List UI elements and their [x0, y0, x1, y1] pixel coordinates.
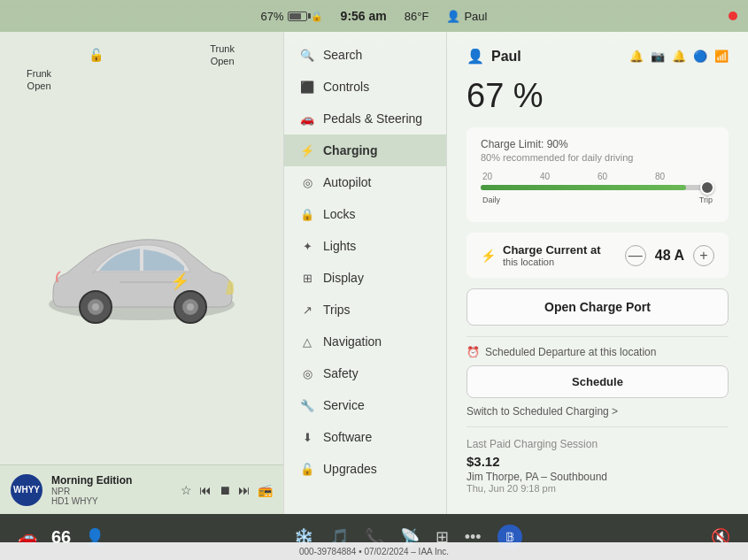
slider-thumb[interactable] — [700, 180, 714, 195]
station-logo: WHYY — [11, 474, 42, 506]
decrease-amps-button[interactable]: — — [625, 245, 646, 266]
left-panel: Trunk Open Frunk Open 🔓 — [0, 32, 283, 514]
menu-label-safety: Safety — [323, 366, 359, 380]
charge-limit-slider[interactable] — [481, 185, 714, 190]
charge-limit-section: Charge Limit: 90% 80% recommended for da… — [467, 127, 729, 222]
favorite-button[interactable]: ☆ — [181, 483, 192, 497]
menu-label-pedals: Pedals & Steering — [323, 111, 422, 126]
slider-markers: Daily Trip — [481, 196, 714, 204]
last-paid-location: Jim Thorpe, PA – Southbound — [467, 471, 729, 483]
menu-label-service: Service — [323, 398, 365, 412]
menu-label-charging: Charging — [323, 143, 377, 157]
menu-item-upgrades[interactable]: 🔓 Upgrades — [284, 453, 446, 485]
display-icon: ⊞ — [300, 272, 314, 285]
menu-label-autopilot: Autopilot — [323, 175, 371, 189]
charge-current-title: Charge Current at — [503, 243, 601, 257]
scheduled-departure-label: Scheduled Departure at this location — [485, 346, 656, 358]
charging-icon: ⚡ — [300, 144, 314, 157]
menu-item-locks[interactable]: 🔒 Locks — [284, 198, 446, 230]
charge-current-text: Charge Current at this location — [503, 243, 601, 267]
menu-item-safety[interactable]: ◎ Safety — [284, 357, 446, 389]
menu-item-trips[interactable]: ↗ Trips — [284, 294, 446, 326]
user-name: Paul — [464, 10, 487, 23]
search-icon: 🔍 — [300, 49, 314, 62]
menu-item-autopilot[interactable]: ◎ Autopilot — [284, 166, 446, 198]
controls-icon: ⬛ — [300, 81, 314, 94]
menu-label-display: Display — [323, 271, 364, 285]
menu-item-pedals[interactable]: 🚗 Pedals & Steering — [284, 103, 446, 134]
battery-percentage-display: 67 % — [467, 77, 729, 115]
menu-item-display[interactable]: ⊞ Display — [284, 262, 446, 294]
menu-item-controls[interactable]: ⬛ Controls — [284, 71, 446, 103]
user-icon: 👤 — [446, 10, 460, 23]
menu-item-search[interactable]: 🔍 Search — [284, 39, 446, 71]
status-temp: 86°F — [405, 10, 429, 23]
profile-user-icon: 👤 — [467, 48, 484, 65]
menu-item-software[interactable]: ⬇ Software — [284, 421, 446, 453]
car-labels: Trunk Open Frunk Open 🔓 — [0, 32, 283, 514]
cast-button[interactable]: 📻 — [258, 483, 273, 497]
menu-panel: 🔍 Search ⬛ Controls 🚗 Pedals & Steering … — [283, 32, 447, 514]
plug-icon: ⚡ — [481, 249, 496, 263]
alarm-icon: 🔔 — [629, 50, 644, 63]
stop-button[interactable]: ⏹ — [219, 483, 231, 497]
amps-value: 48 A — [655, 248, 684, 264]
navigation-icon: △ — [300, 335, 314, 349]
status-bar: 67% 🔒 9:56 am 86°F 👤 Paul — [0, 0, 748, 32]
battery-display: 67% 🔒 — [261, 10, 323, 23]
menu-label-navigation: Navigation — [323, 334, 382, 349]
marker-daily: Daily — [482, 196, 500, 204]
profile-header: 👤 Paul 🔔 📷 🔔 🔵 📶 — [467, 48, 729, 65]
charge-limit-title: Charge Limit: 90% — [481, 138, 714, 150]
trips-icon: ↗ — [300, 303, 314, 317]
slider-labels: 20 40 60 80 — [481, 172, 714, 181]
notification-dot — [729, 12, 737, 20]
open-charge-port-button[interactable]: Open Charge Port — [467, 288, 729, 326]
charge-limit-subtitle: 80% recommended for daily driving — [481, 152, 714, 163]
slider-fill — [481, 185, 686, 190]
menu-label-trips: Trips — [323, 303, 351, 317]
switch-charging-link[interactable]: Switch to Scheduled Charging > — [467, 405, 729, 418]
status-right-area — [729, 12, 737, 20]
safety-icon: ◎ — [300, 367, 314, 380]
prev-button[interactable]: ⏮ — [199, 483, 212, 497]
menu-item-charging[interactable]: ⚡ Charging — [284, 134, 446, 166]
last-paid-amount: $3.12 — [467, 454, 729, 469]
menu-label-upgrades: Upgrades — [323, 462, 377, 476]
menu-item-service[interactable]: 🔧 Service — [284, 389, 446, 421]
scheduled-departure-row: ⏰ Scheduled Departure at this location — [467, 346, 729, 358]
battery-percent-label: 67% — [261, 10, 284, 23]
menu-label-locks: Locks — [323, 207, 356, 221]
signal-icon: 📶 — [714, 50, 729, 63]
schedule-button[interactable]: Schedule — [467, 365, 729, 398]
lights-icon: ✦ — [300, 240, 314, 253]
last-paid-section: Last Paid Charging Session $3.12 Jim Tho… — [467, 438, 729, 494]
profile-status-icons: 🔔 📷 🔔 🔵 📶 — [629, 50, 729, 63]
main-content: Trunk Open Frunk Open 🔓 — [0, 32, 748, 514]
upgrades-icon: 🔓 — [300, 463, 314, 476]
charge-current-left: ⚡ Charge Current at this location — [481, 243, 601, 267]
charge-current-subtitle: this location — [503, 257, 601, 267]
music-player: WHYY Morning Edition NPR HD1 WHYY ☆ ⏮ ⏹ … — [0, 464, 283, 514]
profile-name: Paul — [491, 49, 521, 65]
last-paid-title: Last Paid Charging Session — [467, 438, 729, 450]
marker-trip: Trip — [699, 196, 713, 204]
locks-icon: 🔒 — [300, 208, 314, 221]
icon-placeholder-2: 🔔 — [672, 50, 686, 63]
increase-amps-button[interactable]: + — [693, 245, 714, 266]
menu-label-software: Software — [323, 430, 372, 444]
music-controls[interactable]: ☆ ⏮ ⏹ ⏭ 📻 — [181, 483, 273, 497]
menu-item-lights[interactable]: ✦ Lights — [284, 230, 446, 262]
lock-status-icon: 🔒 — [311, 11, 323, 22]
charge-limit-slider-container: 20 40 60 80 Daily Trip — [481, 172, 714, 204]
menu-item-navigation[interactable]: △ Navigation — [284, 326, 446, 357]
watermark: 000-39784884 • 07/02/2024 – IAA Inc. — [0, 542, 748, 560]
music-info: Morning Edition NPR HD1 WHYY — [51, 474, 172, 506]
pedals-icon: 🚗 — [300, 112, 314, 126]
menu-label-controls: Controls — [323, 80, 369, 94]
music-station: HD1 WHYY — [51, 496, 172, 506]
charge-current-right[interactable]: — 48 A + — [625, 245, 714, 266]
next-button[interactable]: ⏭ — [238, 483, 251, 497]
status-time: 9:56 am — [341, 9, 387, 23]
menu-label-lights: Lights — [323, 239, 356, 253]
